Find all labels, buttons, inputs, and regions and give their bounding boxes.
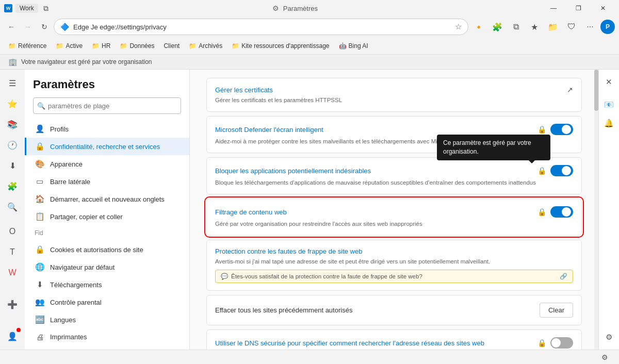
setting-bloquer-actions: 🔒	[537, 165, 573, 176]
bookmark-kite[interactable]: 📁 Kite ressources d'apprentissage	[227, 41, 333, 51]
edge-icon: W	[4, 4, 12, 12]
refresh-button[interactable]: ↻	[37, 20, 52, 34]
sidebar-office-icon[interactable]: W	[3, 263, 22, 282]
restore-button[interactable]: ❐	[566, 0, 590, 16]
setting-defender-title[interactable]: Microsoft Defender l'écran intelligent	[215, 126, 323, 134]
nav-item-confidentialite[interactable]: 🔒 Confidentialité, recherche et services	[25, 138, 189, 155]
nav-item-barre[interactable]: ▭ Barre latérale	[25, 173, 189, 190]
folder-icon: 📁	[92, 42, 100, 49]
workspace-label[interactable]: Work	[15, 4, 38, 13]
setting-filtrage-header: Filtrage de contenu web 🔒	[215, 206, 573, 218]
dns-toggle[interactable]	[550, 337, 573, 349]
right-panel-icon2[interactable]: 🔔	[601, 115, 617, 131]
sidebar-favorites-icon[interactable]: ⭐	[3, 94, 22, 113]
address-bar[interactable]: 🔷 Edge Je edge://settings/privacy ☆	[54, 19, 468, 35]
scrollbar-thumb[interactable]	[594, 70, 598, 111]
bottom-settings-icon[interactable]: ⚙	[598, 351, 611, 363]
folder-icon: 📁	[189, 42, 197, 49]
setting-filtrage-title[interactable]: Filtrage de contenu web	[215, 208, 287, 216]
right-panel-icon1[interactable]: 📧	[601, 96, 617, 113]
folder-icon: 📁	[8, 42, 16, 49]
sidebar-search-icon[interactable]: 🔍	[3, 197, 22, 216]
barre-icon: ▭	[35, 177, 45, 186]
setting-dns-title[interactable]: Utiliser le DNS sécurisé pour spécifier …	[215, 339, 484, 347]
confidentialite-icon: 🔒	[35, 142, 45, 151]
bookmark-active[interactable]: 📁 Active	[52, 41, 87, 51]
nav-item-systeme[interactable]: ⚙ Système et performances	[25, 345, 189, 350]
right-panel-settings[interactable]: ⚙	[601, 329, 617, 345]
minimize-button[interactable]: —	[542, 0, 565, 16]
setting-protection-title[interactable]: Protection contre les fautes de frappe d…	[215, 247, 362, 255]
titlebar-center: ⚙ Paramètres	[48, 4, 542, 12]
defender-toggle[interactable]	[550, 124, 573, 135]
sidebar-profile-icon[interactable]: 👤	[3, 327, 22, 345]
setting-bloquer-title[interactable]: Bloquer les applications potentiellement…	[215, 167, 371, 175]
bookmark-star-icon[interactable]: ☆	[455, 22, 462, 31]
notification-badge	[17, 328, 21, 332]
more-tools-icon[interactable]: ···	[582, 19, 598, 35]
sidebar-downloads-icon[interactable]: ⬇	[3, 156, 22, 175]
setting-certificats-title[interactable]: Gérer les certificats	[215, 86, 273, 94]
collections2-icon[interactable]: 📁	[545, 19, 561, 35]
collections-icon[interactable]: 🔸	[470, 19, 487, 35]
right-panel-close[interactable]: ✕	[601, 74, 617, 90]
clear-button[interactable]: Clear	[540, 303, 573, 318]
sidebar-history-icon[interactable]: 🕐	[3, 136, 22, 154]
nav-item-navigateur[interactable]: 🌐 Navigateur par défaut	[25, 258, 189, 276]
nav-item-profils[interactable]: 👤 Profils	[25, 120, 189, 138]
nav-item-demarrer-label: Démarrer, accueil et nouveaux onglets	[50, 195, 165, 203]
sidebar-outlook-icon[interactable]: O	[3, 222, 22, 241]
settings-search-input[interactable]	[33, 97, 181, 114]
filtrage-toggle[interactable]	[550, 206, 573, 218]
setting-dns: Utiliser le DNS sécurisé pour spécifier …	[206, 329, 582, 350]
cookies-icon: 🔒	[35, 245, 45, 254]
titlebar-title: Paramètres	[283, 5, 318, 12]
imprimantes-icon: 🖨	[35, 333, 45, 341]
extensions-icon[interactable]: 🧩	[489, 19, 506, 35]
feedback-link-icon[interactable]: 🔗	[560, 273, 567, 280]
nav-item-cookies[interactable]: 🔒 Cookies et autorisations de site	[25, 241, 189, 258]
navigateur-icon: 🌐	[35, 262, 45, 272]
nav-item-telechargements[interactable]: ⬇ Téléchargements	[25, 276, 189, 293]
sidebar-menu-icon[interactable]: ☰	[3, 74, 22, 92]
nav-item-partager[interactable]: 📋 Partager, copier et coller	[25, 208, 189, 225]
nav-item-langues[interactable]: 🔤 Langues	[25, 311, 189, 328]
sidebar-extensions-icon[interactable]: 🧩	[3, 177, 22, 195]
split-screen-icon[interactable]: ⧉	[508, 19, 524, 35]
bookmark-hr[interactable]: 📁 HR	[88, 41, 115, 51]
sidebar-add-icon[interactable]: ➕	[3, 295, 22, 314]
folder-icon: 📁	[232, 42, 239, 49]
setting-bloquer-header: Bloquer les applications potentiellement…	[215, 165, 573, 176]
nav-item-fid[interactable]: Fid	[25, 225, 189, 241]
sidebar-collections-icon[interactable]: 📚	[3, 115, 22, 134]
bookmark-archives[interactable]: 📁 Archivés	[185, 41, 226, 51]
demarrer-icon: 🏠	[35, 194, 45, 204]
fid-label: Fid	[35, 229, 43, 237]
nav-item-apparence[interactable]: 🎨 Apparence	[25, 155, 189, 173]
favorites-icon[interactable]: ★	[526, 19, 543, 35]
protection-feedback-row: Avertis-moi si j'ai mal tapé une adresse…	[215, 257, 573, 266]
close-button[interactable]: ✕	[591, 0, 615, 16]
nav-item-langues-label: Langues	[50, 316, 76, 324]
folder-icon: 📁	[56, 42, 63, 49]
nav-item-imprimantes[interactable]: 🖨 Imprimantes	[25, 328, 189, 345]
bookmark-reference[interactable]: 📁 Référence	[4, 41, 51, 51]
nav-item-demarrer[interactable]: 🏠 Démarrer, accueil et nouveaux onglets	[25, 190, 189, 208]
profile-button[interactable]: P	[600, 20, 615, 34]
bookmark-data[interactable]: 📁 Données	[116, 41, 158, 51]
folder-icon: 📁	[120, 42, 127, 49]
sidebar-teams-icon[interactable]: T	[3, 243, 22, 261]
forward-button[interactable]: →	[21, 20, 35, 34]
bloquer-toggle[interactable]	[550, 165, 573, 176]
bookmark-client[interactable]: Client	[159, 41, 184, 51]
tabs-icon[interactable]: ⧉	[43, 4, 48, 13]
back-button[interactable]: ←	[4, 20, 19, 34]
scrollbar-track[interactable]	[594, 70, 598, 350]
titlebar-left: W Work ⧉	[4, 4, 48, 13]
external-link-icon[interactable]: ↗	[567, 86, 573, 94]
sidebar-icon-strip: ☰ ⭐ 📚 🕐 ⬇ 🧩 🔍 O T W ➕ 👤	[0, 70, 25, 350]
controle-icon: 👥	[35, 297, 45, 307]
nav-item-controle[interactable]: 👥 Contrôle parental	[25, 293, 189, 311]
browser-essentials-icon[interactable]: 🛡	[563, 19, 580, 35]
bookmark-bing[interactable]: 🤖 Bing AI	[335, 41, 372, 51]
